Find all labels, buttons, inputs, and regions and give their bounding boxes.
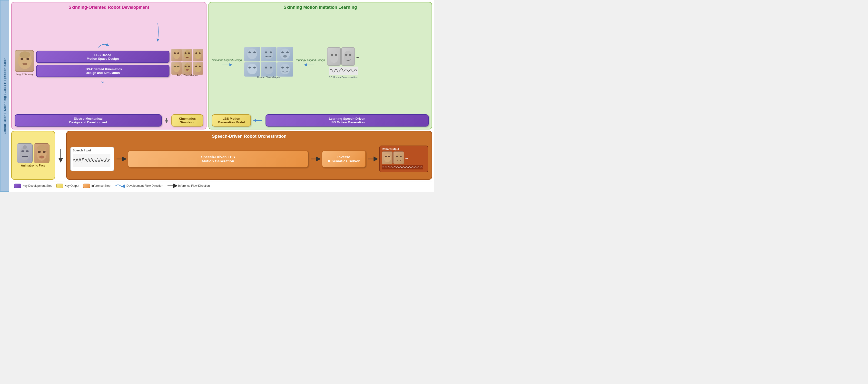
robot-output-label: Robot Output [382,148,426,151]
legend-label-4: Development Flow Direction [127,184,163,188]
topology-area: Topology Aligned Design [296,59,325,67]
bottom-section: Animatronic Face Speech-Driven Robot Orc… [11,131,432,180]
animatronic-label: Animatronic Face [21,164,45,167]
btn-speech-driven-lbs[interactable]: Speech-Driven LBS Motion Generation [128,151,308,167]
svg-point-31 [281,52,284,54]
svg-point-24 [247,49,257,59]
svg-point-45 [335,54,337,56]
orchestration-title: Speech-Driven Robot Orchestration [70,134,428,139]
svg-point-10 [188,53,190,54]
lbs-arrow [253,118,263,123]
semantic-arrow [221,62,233,67]
svg-point-57 [43,151,45,153]
svg-point-16 [177,66,180,67]
svg-point-13 [199,53,201,54]
svg-point-40 [280,64,290,74]
curved-arrow-up [96,41,110,49]
btn-lbs-motion-gen[interactable]: LBS Motion Generation Model [212,114,251,127]
panel-left-row2: Electro-Mechanical Design and Developmen… [14,114,203,127]
svg-point-46 [344,51,352,63]
svg-point-39 [270,67,272,68]
svg-point-59 [37,145,46,151]
legend-label-3: Inference Step [91,184,111,188]
blend-cell-6 [193,62,203,74]
human-demo-faces: ... [327,47,359,66]
semantic-label: Semantic Aligned Design [212,59,242,61]
orchestration-flow: Speech Input [70,141,428,177]
svg-point-43 [330,51,338,63]
svg-point-61 [384,154,391,162]
blend-cell-4 [172,62,182,74]
panel-left-row1: Target Skinning [14,13,203,113]
human-cell-2 [261,47,277,61]
human-demo-label: 3D Human Demonstration [329,76,358,79]
btn-learning-speech[interactable]: Learning Speech-Driven LBS Motion Genera… [266,114,429,127]
demo-waveform [329,67,358,75]
svg-point-33 [283,55,287,58]
ro-waveform [382,165,423,169]
top-row: Skinning-Oriented Robot Development [11,2,432,129]
svg-point-27 [264,49,273,59]
svg-point-41 [281,67,284,68]
blend-cell-3 [193,49,203,61]
human-grid [244,47,293,75]
svg-point-58 [39,156,44,158]
ro-face-2 [393,151,404,164]
legend-item-1: Key Development Step [14,184,53,188]
right-panel-inner: Semantic Aligned Design [212,13,429,127]
legend-inf-arrow [167,183,177,188]
speech-input-label: Speech Input [73,149,112,152]
human-demo-area: ... 3D Human Demonstration [327,47,359,79]
legend-label-2: Key Output [65,184,79,188]
svg-rect-60 [73,154,111,167]
legend-purple-box [14,184,21,188]
btn-electro-mechanical[interactable]: Electro-Mechanical Design and Developmen… [14,114,162,127]
btn-lbs-motion[interactable]: LBS-Based Motion Space Design [36,51,169,63]
svg-point-35 [248,67,251,68]
svg-point-18 [185,66,187,67]
svg-point-25 [248,52,251,54]
svg-point-3 [23,63,27,65]
legend-item-5: Inference Flow Direction [167,183,210,188]
svg-point-37 [264,64,273,74]
btn-inverse-kinematics[interactable]: Inverse Kinematics Solver [322,151,366,167]
svg-point-56 [38,151,41,153]
panel-right: Skinning Motion Imitation Learning Seman… [209,2,432,129]
svg-point-62 [385,156,387,157]
vertical-label: Linear Blend Skinning (LBS) Representati… [0,0,9,192]
flow-arrow-3 [368,156,377,162]
target-skinning-label: Target Skinning [16,73,33,75]
legend-item-3: Inference Step [83,184,111,188]
panel-left-inner: Target Skinning [14,13,203,127]
mechanical-face [17,143,33,163]
btn-kinematics-sim[interactable]: Kinematics Simulator [172,114,203,127]
legend-item-2: Key Output [56,184,79,188]
target-skinning-face [14,50,34,72]
demo-face-1 [327,47,341,66]
svg-point-36 [253,67,256,68]
human-cell-4 [244,62,260,76]
svg-point-30 [280,49,290,59]
down-arrow-left [100,79,105,84]
legend-yellow-box [56,184,63,188]
legend-bar: Key Development Step Key Output Inferenc… [11,181,432,190]
flow-arrow-2 [310,156,320,162]
panel-left-title: Skinning-Oriented Robot Development [14,5,203,10]
blend-cell-2 [182,49,192,61]
svg-point-7 [177,53,179,54]
svg-point-23 [199,66,201,67]
svg-point-5 [173,50,180,59]
svg-point-15 [174,66,176,67]
blend-cell-5 [182,62,192,74]
btn-lbs-kinematics[interactable]: LBS-Oriented Kinematics Design and Simul… [36,65,169,77]
svg-point-38 [265,67,267,68]
svg-point-54 [23,145,27,149]
blendshapes-grid [172,49,203,73]
svg-point-42 [286,67,289,68]
svg-point-17 [184,63,191,72]
panel-right-title: Skinning Motion Imitation Learning [212,5,429,10]
legend-dev-arrow [114,183,125,188]
main-container: Linear Blend Skinning (LBS) Representati… [0,0,434,192]
demo-dots: ... [355,54,359,59]
svg-point-44 [331,54,333,56]
